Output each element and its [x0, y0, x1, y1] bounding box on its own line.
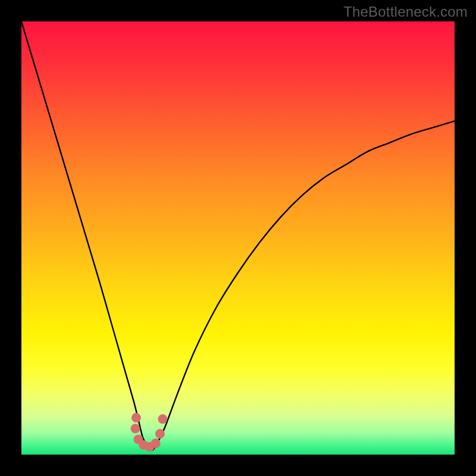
minimum-marker-dot [155, 429, 165, 439]
minimum-marker-dot [158, 414, 167, 424]
curve-layer [21, 21, 455, 455]
watermark-text: TheBottleneck.com [343, 4, 468, 20]
chart-frame: TheBottleneck.com [0, 0, 476, 476]
minimum-marker-dot [131, 413, 141, 422]
minimum-marker-dot [130, 424, 140, 433]
plot-area [21, 21, 455, 455]
bottleneck-curve [21, 21, 455, 450]
minimum-marker-dot [151, 439, 161, 448]
minimum-marker [130, 413, 167, 452]
